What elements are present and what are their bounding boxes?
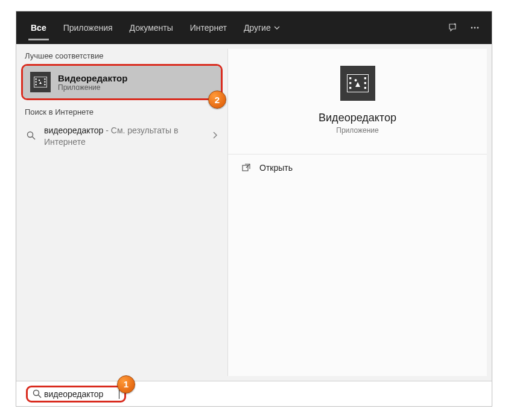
svg-line-12 [32,136,35,139]
svg-point-10 [39,80,40,81]
svg-rect-19 [364,87,366,89]
chevron-down-icon [274,25,280,31]
search-icon [25,131,37,142]
web-search-text: видеоредактор - См. результаты в Интерне… [44,125,205,148]
svg-rect-9 [44,84,45,85]
web-search-result[interactable]: видеоредактор - См. результаты в Интерне… [16,120,227,153]
web-search-query: видеоредактор [44,126,103,135]
svg-rect-17 [364,77,366,79]
best-match-sub: Приложение [58,83,127,92]
annotation-step-2: 2 [208,91,226,109]
results-panel: Лучшее соответствие [16,44,227,381]
search-bar: 1 [16,381,492,406]
svg-rect-21 [243,165,248,171]
detail-title: Видеоредактор [319,112,396,124]
svg-rect-15 [349,82,351,84]
best-match-item[interactable]: Видеоредактор Приложение [23,66,221,98]
tab-docs[interactable]: Документы [121,11,182,44]
tab-docs-label: Документы [130,23,173,33]
svg-line-23 [39,395,42,398]
svg-point-0 [471,27,473,29]
tabs-bar: Все Приложения Документы Интернет Другие [16,11,492,44]
tab-more[interactable]: Другие [235,11,288,44]
best-match-container: Видеоредактор Приложение 2 [21,64,223,100]
svg-point-1 [474,27,476,29]
annotation-step-1: 1 [117,375,135,393]
best-match-title: Видеоредактор [58,73,127,83]
svg-point-11 [27,132,33,137]
open-icon [241,163,251,173]
search-window: Все Приложения Документы Интернет Другие… [16,11,492,407]
video-editor-app-icon [30,72,51,92]
chevron-right-icon [212,131,218,142]
svg-rect-8 [44,81,45,83]
svg-rect-18 [364,82,366,84]
svg-rect-14 [349,77,351,79]
tab-web-label: Интернет [190,23,227,33]
web-search-header: Поиск в Интернете [16,100,227,120]
tab-all-label: Все [31,23,46,33]
svg-point-2 [477,27,479,29]
detail-panel: Видеоредактор Приложение Открыть [227,49,487,376]
feedback-icon[interactable] [442,22,464,33]
tab-apps[interactable]: Приложения [55,11,121,44]
tab-more-label: Другие [244,23,271,33]
svg-rect-4 [36,78,37,80]
more-icon[interactable] [464,22,486,33]
svg-point-20 [354,79,357,81]
search-input[interactable] [44,389,116,399]
video-editor-app-icon-large [340,66,375,101]
content-area: Лучшее соответствие [16,44,492,381]
detail-sub: Приложение [336,126,378,135]
search-field[interactable]: 1 [26,386,126,402]
open-label: Открыть [259,163,293,173]
open-action[interactable]: Открыть [228,154,487,181]
search-icon [33,389,42,398]
svg-rect-7 [44,78,45,80]
svg-rect-5 [36,81,37,83]
svg-rect-6 [36,84,37,85]
tab-web[interactable]: Интернет [182,11,235,44]
svg-point-22 [34,390,39,396]
svg-rect-16 [349,87,351,89]
best-match-header: Лучшее соответствие [16,44,227,64]
tab-all[interactable]: Все [22,11,55,44]
tab-apps-label: Приложения [63,23,113,33]
